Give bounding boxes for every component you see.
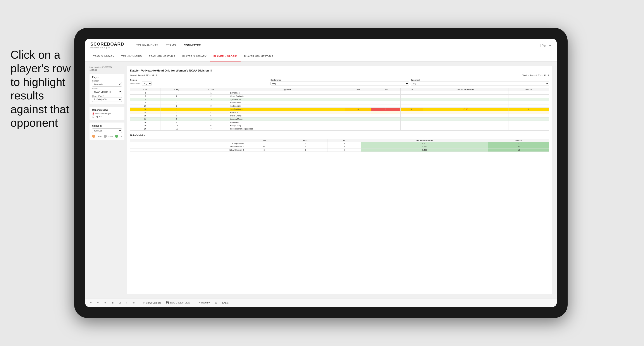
th-tie: Tie xyxy=(400,88,423,91)
table-row[interactable]: 31Esther Lee xyxy=(130,91,549,95)
sidebar-player-title: Player xyxy=(92,76,122,78)
region-filter-group: Region Opponents: (All) xyxy=(130,79,269,85)
overall-record: Overall Record: 353 - 34 - 6 xyxy=(130,74,157,77)
player-rank-label: Player (Rank) xyxy=(92,95,122,97)
table-row[interactable]: 1585Stella Cheng xyxy=(130,114,549,118)
table-row[interactable]: 522Alexis Sudjianto xyxy=(130,95,549,98)
conference-filter-group: Conference (All) xyxy=(270,79,409,85)
colour-label-up: Up xyxy=(120,135,122,137)
tablet-screen: SCOREBOARD Powered by clippd TOURNAMENTS… xyxy=(85,39,557,307)
refresh-button[interactable]: ↺ xyxy=(103,301,108,305)
redo-button[interactable]: ↪ xyxy=(96,301,100,305)
radio-played-circle xyxy=(92,113,94,115)
opponent-radio-top100[interactable]: Top 100 xyxy=(92,116,122,118)
tablet-frame: SCOREBOARD Powered by clippd TOURNAMENTS… xyxy=(74,28,568,318)
separator1 xyxy=(138,301,139,305)
ood-table-row[interactable]: NCAA Division 25007.40010 xyxy=(130,149,549,152)
share-button[interactable]: Share xyxy=(221,301,230,305)
grid-title: Katelyn Vo Head-to-Head Grid for Women's… xyxy=(130,69,549,72)
ood-th-diff: Diff Av Strokes/Rnd xyxy=(361,139,488,142)
sub-nav: TEAM SUMMARY TEAM H2H GRID TEAM H2H HEAT… xyxy=(85,52,557,61)
sub-nav-team-h2h-grid[interactable]: TEAM H2H GRID xyxy=(118,52,146,61)
ood-section-label: Out of division xyxy=(130,134,549,137)
nav-committee[interactable]: COMMITTEE xyxy=(180,42,204,48)
th-opponent: Opponent xyxy=(229,88,345,91)
main-data-table: # Div # Reg # Conf Opponent Win Loss Tie… xyxy=(130,88,549,131)
opponent-select[interactable]: (All) xyxy=(411,82,549,85)
ood-th-rounds: Rounds xyxy=(488,139,549,142)
table-row[interactable]: 1474Eunice Yi xyxy=(130,111,549,114)
th-conf: # Conf xyxy=(193,88,229,91)
colour-dot-down xyxy=(92,135,95,138)
save-custom-view-button[interactable]: 💾 Save Custom View xyxy=(164,301,191,305)
division-label: Division xyxy=(92,87,122,90)
th-reg: # Reg xyxy=(160,88,193,91)
view-original-button[interactable]: 👁 View: Original xyxy=(142,301,162,305)
colour-legend: Down Level Up xyxy=(92,135,122,138)
sidebar: Last Updated: 27/03/2024 16:55:38 Player… xyxy=(90,66,124,294)
filters-row: Region Opponents: (All) Conference (All) xyxy=(130,79,549,85)
th-div: # Div xyxy=(130,88,160,91)
records-row: Overall Record: 353 - 34 - 6 Division Re… xyxy=(130,74,549,77)
radio-played-label: Opponents Played xyxy=(95,113,111,115)
sidebar-colour-section: Colour by Win/loss Down Level Up xyxy=(90,123,124,140)
sub-nav-team-h2h-heatmap[interactable]: TEAM H2H HEATMAP xyxy=(146,52,179,61)
table-row[interactable]: 613Sydney Kuo xyxy=(130,98,549,101)
sidebar-player-section: Player Gender Women's Division NCAA Divi… xyxy=(90,74,124,104)
add-button[interactable]: ⊞ xyxy=(110,301,115,305)
instruction-text: Click on a player's row to highlight res… xyxy=(10,48,74,130)
sub-nav-player-h2h-heatmap[interactable]: PLAYER H2H HEATMAP xyxy=(240,52,277,61)
nav-teams[interactable]: TEAMS xyxy=(163,42,180,48)
ood-th-win: Win xyxy=(245,139,283,142)
table-row[interactable]: 914Sharon Mun xyxy=(130,101,549,104)
th-win: Win xyxy=(345,88,371,91)
region-opponents-select[interactable]: (All) xyxy=(142,82,152,85)
sub-nav-team-summary[interactable]: TEAM SUMMARY xyxy=(90,52,118,61)
undo-button[interactable]: ↩ xyxy=(89,301,93,305)
radio-top100-circle xyxy=(92,116,94,118)
top-nav: SCOREBOARD Powered by clippd TOURNAMENTS… xyxy=(85,39,557,52)
colour-by-select[interactable]: Win/loss xyxy=(92,128,122,133)
clock-button[interactable]: ◷ xyxy=(131,301,136,305)
nav-items: TOURNAMENTS TEAMS COMMITTEE xyxy=(133,42,540,48)
division-select[interactable]: NCAA Division III xyxy=(92,90,122,94)
sidebar-timestamp: Last Updated: 27/03/2024 16:55:38 xyxy=(90,66,124,71)
player-select[interactable]: 8. Katelyn Vo xyxy=(92,97,122,102)
table-row[interactable]: 131Jessica Huang010-3.002 xyxy=(130,108,549,111)
colour-dot-up xyxy=(115,135,118,138)
table-row[interactable]: 20117Federica Domecq Lacroze xyxy=(130,127,549,131)
opponent-filter-label: Opponent xyxy=(411,79,549,81)
opponent-radio-played[interactable]: Opponents Played xyxy=(92,113,122,115)
table-row[interactable]: 1822Euna Lee xyxy=(130,121,549,124)
table-row[interactable]: 1063Andrea York xyxy=(130,104,549,108)
ood-th-loss: Loss xyxy=(283,139,328,142)
ood-table-row[interactable]: NAIA Division 115009.26730 xyxy=(130,145,549,149)
table-row[interactable]: 19106Emily Chang xyxy=(130,124,549,127)
opponent-filter-group: Opponent (All) xyxy=(411,79,549,85)
opponent-radio-group: Opponents Played Top 100 xyxy=(92,113,122,118)
ood-table: Win Loss Tie Diff Av Strokes/Rnd Rounds … xyxy=(130,139,549,152)
division-record: Division Record: 331 - 34 - 6 xyxy=(522,74,549,77)
grid-area: Katelyn Vo Head-to-Head Grid for Women's… xyxy=(127,66,552,294)
nav-tournaments[interactable]: TOURNAMENTS xyxy=(133,42,162,48)
sub-nav-player-summary[interactable]: PLAYER SUMMARY xyxy=(179,52,210,61)
plus-button[interactable]: + xyxy=(125,301,128,305)
th-loss: Loss xyxy=(371,88,400,91)
gender-select[interactable]: Women's xyxy=(92,82,122,87)
ood-table-row[interactable]: Foreign Team1004.5002 xyxy=(130,142,549,145)
ood-th-tie: Tie xyxy=(328,139,361,142)
conference-label: Conference xyxy=(270,79,409,81)
grid-button[interactable]: ⊡ xyxy=(214,301,218,305)
sign-out-button[interactable]: | Sign out xyxy=(540,44,552,47)
sub-nav-player-h2h-grid[interactable]: PLAYER H2H GRID xyxy=(210,52,240,61)
conference-select[interactable]: (All) xyxy=(270,82,409,85)
watch-button[interactable]: 👁 Watch ▾ xyxy=(197,301,211,305)
main-content: Last Updated: 27/03/2024 16:55:38 Player… xyxy=(85,61,557,298)
sidebar-opponent-section: Opponent view Opponents Played Top 100 xyxy=(90,107,124,120)
remove-button[interactable]: ⊟ xyxy=(118,301,122,305)
logo: SCOREBOARD Powered by clippd xyxy=(90,42,124,49)
th-diff: Diff Av Strokes/Rnd xyxy=(423,88,508,91)
table-row[interactable]: 1691Jessica Mason xyxy=(130,118,549,121)
bottom-toolbar: ↩ ↪ ↺ ⊞ ⊟ + ◷ 👁 View: Original 💾 Save Cu… xyxy=(85,298,557,307)
colour-dot-level xyxy=(104,135,107,138)
